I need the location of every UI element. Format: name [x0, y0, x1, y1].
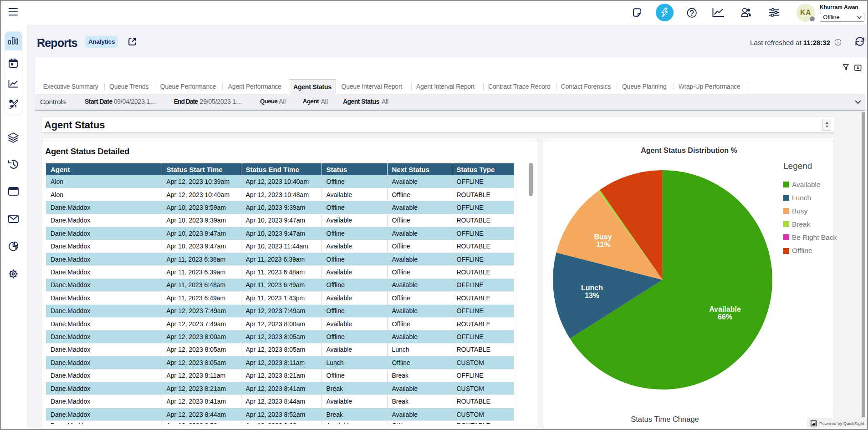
svg-text:Lunch: Lunch [581, 284, 603, 292]
svg-text:Available: Available [709, 305, 741, 313]
svg-text:66%: 66% [718, 313, 732, 321]
svg-text:11%: 11% [596, 241, 610, 248]
svg-text:13%: 13% [585, 292, 599, 299]
svg-text:Busy: Busy [594, 233, 612, 241]
